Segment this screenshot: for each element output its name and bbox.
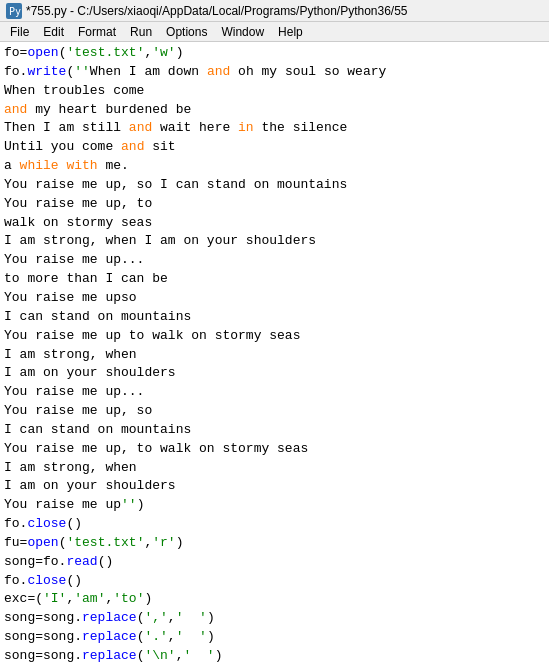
code-line: fo.close()	[4, 515, 545, 534]
menu-item-run[interactable]: Run	[124, 25, 158, 39]
title-bar: Py *755.py - C:/Users/xiaoqi/AppData/Loc…	[0, 0, 549, 22]
python-icon: Py	[6, 3, 22, 19]
code-line: fo.close()	[4, 572, 545, 591]
code-line: You raise me upso	[4, 289, 545, 308]
menu-item-format[interactable]: Format	[72, 25, 122, 39]
code-editor[interactable]: fo=open('test.txt','w')fo.write(''When I…	[0, 42, 549, 668]
code-line: I am strong, when	[4, 346, 545, 365]
code-line: When troubles come	[4, 82, 545, 101]
code-line: and my heart burdened be	[4, 101, 545, 120]
code-line: You raise me up, so	[4, 402, 545, 421]
code-line: exc=('I','am','to')	[4, 590, 545, 609]
code-line: You raise me up, so I can stand on mount…	[4, 176, 545, 195]
svg-text:Py: Py	[9, 6, 21, 17]
code-line: I can stand on mountains	[4, 421, 545, 440]
code-line: fu=open('test.txt','r')	[4, 534, 545, 553]
code-line: You raise me up to walk on stormy seas	[4, 327, 545, 346]
code-line: song=song.replace('\n',' ')	[4, 647, 545, 666]
code-line: fo.write(''When I am down and oh my soul…	[4, 63, 545, 82]
code-line: I am on your shoulders	[4, 477, 545, 496]
menu-bar: FileEditFormatRunOptionsWindowHelp	[0, 22, 549, 42]
code-line: walk on stormy seas	[4, 214, 545, 233]
code-line: song=song.replace(',',' ')	[4, 609, 545, 628]
menu-item-file[interactable]: File	[4, 25, 35, 39]
menu-item-help[interactable]: Help	[272, 25, 309, 39]
code-line: Then I am still and wait here in the sil…	[4, 119, 545, 138]
code-line: Until you come and sit	[4, 138, 545, 157]
code-line: You raise me up, to walk on stormy seas	[4, 440, 545, 459]
code-line: You raise me up'')	[4, 496, 545, 515]
menu-item-edit[interactable]: Edit	[37, 25, 70, 39]
code-line: song=song.replace('.',' ')	[4, 628, 545, 647]
code-line: fo=open('test.txt','w')	[4, 44, 545, 63]
code-line: I am on your shoulders	[4, 364, 545, 383]
code-line: a while with me.	[4, 157, 545, 176]
menu-item-window[interactable]: Window	[215, 25, 270, 39]
code-line: I am strong, when I am on your shoulders	[4, 232, 545, 251]
code-line: song=fo.read()	[4, 553, 545, 572]
window-title: *755.py - C:/Users/xiaoqi/AppData/Local/…	[26, 4, 408, 18]
code-line: I am strong, when	[4, 459, 545, 478]
code-line: I can stand on mountains	[4, 308, 545, 327]
code-line: You raise me up...	[4, 383, 545, 402]
menu-item-options[interactable]: Options	[160, 25, 213, 39]
code-line: You raise me up, to	[4, 195, 545, 214]
code-line: to more than I can be	[4, 270, 545, 289]
code-line: You raise me up...	[4, 251, 545, 270]
